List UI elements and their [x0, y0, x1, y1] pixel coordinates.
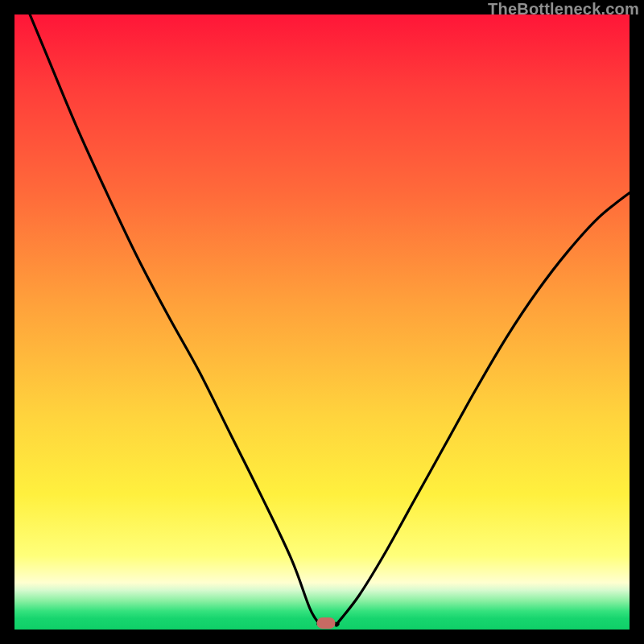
minimum-marker [317, 617, 336, 629]
watermark-text: TheBottleneck.com [488, 0, 639, 19]
chart-frame: TheBottleneck.com [0, 0, 644, 644]
bottleneck-curve [14, 14, 630, 630]
plot-area [14, 14, 630, 630]
